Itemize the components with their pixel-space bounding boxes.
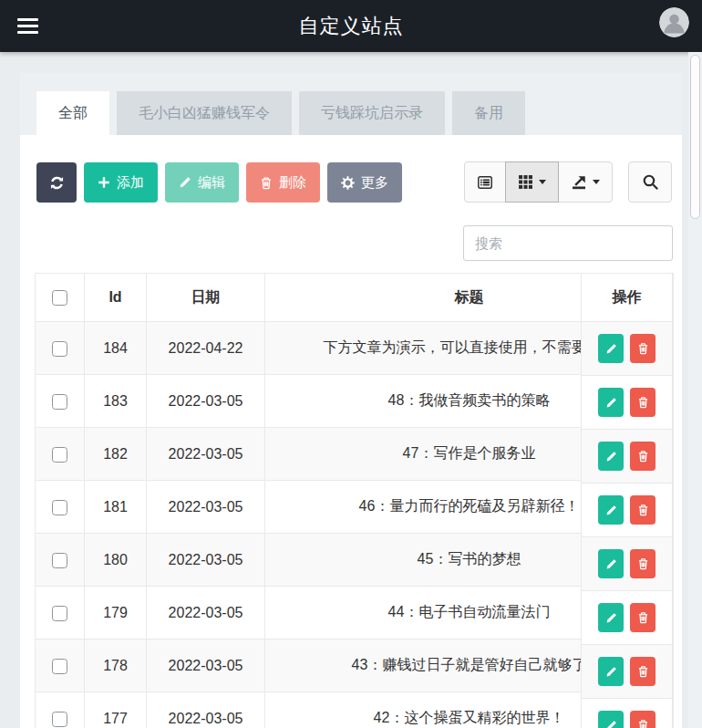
row-operations <box>581 699 673 728</box>
trash-icon <box>637 342 649 355</box>
export-icon <box>571 174 587 191</box>
columns-button[interactable] <box>505 161 559 203</box>
row-operations <box>581 645 673 699</box>
category-tabs: 全部 毛小白凶猛赚钱军令 亏钱踩坑启示录 备用 <box>36 91 525 135</box>
export-button[interactable] <box>558 161 613 203</box>
pencil-icon <box>605 343 617 355</box>
row-checkbox-cell <box>36 322 85 375</box>
row-id: 184 <box>85 322 147 375</box>
header-checkbox-cell <box>36 274 85 322</box>
row-checkbox[interactable] <box>52 712 67 727</box>
row-edit-button[interactable] <box>598 388 624 417</box>
row-checkbox[interactable] <box>52 341 67 357</box>
row-checkbox[interactable] <box>52 553 67 568</box>
user-avatar[interactable] <box>659 7 689 37</box>
row-edit-button[interactable] <box>598 603 624 632</box>
trash-icon <box>637 396 649 409</box>
row-delete-button[interactable] <box>630 711 656 728</box>
row-edit-button[interactable] <box>598 495 624 525</box>
pencil-icon <box>605 451 617 463</box>
add-button-label: 添加 <box>117 174 144 192</box>
row-edit-button[interactable] <box>598 711 624 728</box>
page-title: 自定义站点 <box>0 13 702 40</box>
row-operations <box>581 430 673 484</box>
header-operations: 操作 <box>581 273 673 322</box>
row-checkbox[interactable] <box>52 394 67 410</box>
row-date: 2022-04-22 <box>147 322 265 375</box>
trash-icon <box>637 450 649 463</box>
header-id: Id <box>85 274 147 322</box>
row-delete-button[interactable] <box>630 388 656 417</box>
row-delete-button[interactable] <box>630 657 656 686</box>
search-toggle-button[interactable] <box>628 161 672 203</box>
scrollbar-thumb[interactable] <box>690 55 700 219</box>
more-button[interactable]: 更多 <box>327 162 402 203</box>
row-checkbox-cell <box>36 428 85 481</box>
gear-icon <box>341 176 355 190</box>
refresh-button[interactable] <box>36 162 77 203</box>
refresh-icon <box>49 175 65 191</box>
row-date: 2022-03-05 <box>147 640 265 692</box>
table-row: 183 2022-03-05 48：我做音频卖书的策略 <box>36 375 674 428</box>
row-delete-button[interactable] <box>630 334 656 363</box>
tab-category-1[interactable]: 毛小白凶猛赚钱军令 <box>117 91 292 135</box>
trash-icon <box>637 719 649 728</box>
row-id: 182 <box>85 428 147 481</box>
trash-icon <box>637 504 649 516</box>
columns-icon <box>518 174 533 190</box>
row-delete-button[interactable] <box>630 603 656 632</box>
row-operations <box>581 591 673 645</box>
add-button[interactable]: 添加 <box>84 162 158 203</box>
row-checkbox-cell <box>36 640 85 692</box>
row-id: 179 <box>85 587 147 640</box>
row-checkbox[interactable] <box>52 447 67 463</box>
tab-category-2[interactable]: 亏钱踩坑启示录 <box>299 91 445 135</box>
row-id: 180 <box>85 534 147 587</box>
table-row: 177 2022-03-05 42：这个操蛋又精彩的世界！ <box>36 692 674 728</box>
detail-view-icon <box>477 174 493 191</box>
page: 自定义站点 全部 毛小白凶猛赚钱军令 亏钱踩坑启示录 备用 <box>0 0 702 728</box>
tab-backup[interactable]: 备用 <box>452 91 525 135</box>
view-toolbar <box>464 161 672 203</box>
trash-icon <box>260 176 273 190</box>
edit-button[interactable]: 编辑 <box>165 162 239 203</box>
vertical-scrollbar <box>688 52 702 728</box>
row-operations <box>581 322 673 376</box>
row-checkbox-cell <box>36 692 85 728</box>
more-button-label: 更多 <box>361 174 388 192</box>
pencil-icon <box>179 176 191 189</box>
row-date: 2022-03-05 <box>147 587 265 640</box>
row-edit-button[interactable] <box>598 334 624 363</box>
plus-icon <box>98 176 110 189</box>
row-id: 183 <box>85 375 147 428</box>
row-delete-button[interactable] <box>630 549 656 578</box>
trash-icon <box>637 557 649 570</box>
table-row: 181 2022-03-05 46：量力而行的死磕及另辟新径！ <box>36 481 674 534</box>
table-row: 180 2022-03-05 45：写书的梦想 <box>36 534 674 587</box>
row-checkbox[interactable] <box>52 606 67 621</box>
detail-view-button[interactable] <box>464 161 506 203</box>
table-row: 182 2022-03-05 47：写作是个服务业 <box>36 428 674 481</box>
row-delete-button[interactable] <box>630 495 656 525</box>
row-checkbox[interactable] <box>52 500 67 515</box>
delete-button[interactable]: 删除 <box>246 162 320 203</box>
row-operations <box>581 376 673 430</box>
data-table: Id 日期 标题 184 2022-04-22 下方文章为演示，可以直接使用，不… <box>35 273 673 728</box>
row-checkbox[interactable] <box>52 659 67 674</box>
pencil-icon <box>605 612 617 624</box>
search-input[interactable] <box>463 225 673 261</box>
row-date: 2022-03-05 <box>147 692 265 728</box>
tab-all[interactable]: 全部 <box>36 91 109 135</box>
select-all-checkbox[interactable] <box>52 290 67 306</box>
user-icon <box>659 7 689 37</box>
delete-button-label: 删除 <box>279 174 306 192</box>
chevron-down-icon <box>593 180 600 184</box>
row-edit-button[interactable] <box>598 442 624 471</box>
view-button-group <box>464 161 613 203</box>
pencil-icon <box>605 504 617 516</box>
row-date: 2022-03-05 <box>147 534 265 587</box>
row-delete-button[interactable] <box>630 442 656 471</box>
row-edit-button[interactable] <box>598 549 624 578</box>
row-edit-button[interactable] <box>598 657 624 686</box>
row-date: 2022-03-05 <box>147 428 265 481</box>
